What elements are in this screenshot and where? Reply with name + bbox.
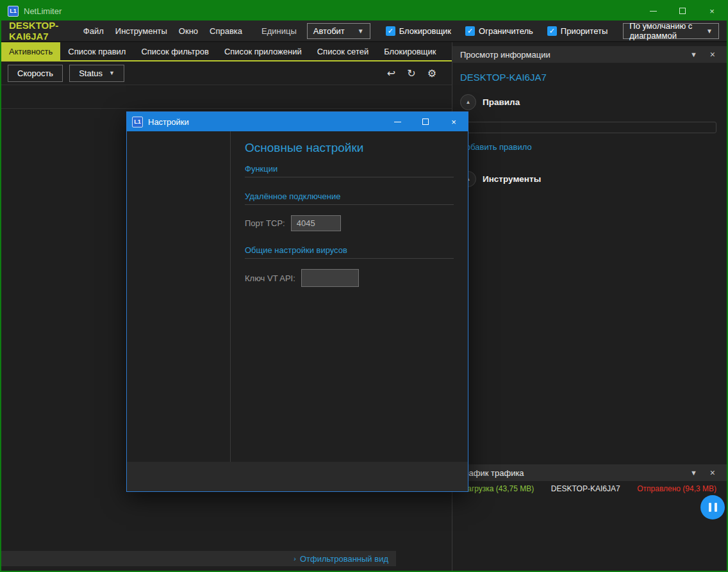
remote-section-title: Удалённое подключение [245, 192, 454, 205]
rules-section-row: ▲ Правила [460, 94, 719, 110]
chevron-down-icon: ▼ [706, 28, 713, 35]
checkbox-checked-icon: ✓ [547, 26, 557, 36]
menu-item[interactable]: Файл [83, 26, 104, 36]
tcp-port-label: Порт TCP: [245, 218, 285, 228]
maximize-button[interactable] [411, 112, 440, 131]
tools-section-row: ▲ Инструменты [460, 171, 719, 187]
checkbox-checked-icon: ✓ [386, 26, 395, 36]
dialog-nav [127, 131, 231, 462]
chart-zone [452, 494, 727, 543]
legend-host: DESKTOP-KAI6JA7 [551, 484, 620, 493]
status-value: Status [79, 69, 103, 78]
menu-bar: DESKTOP-KAI6JA7 ФайлИнструментыОкноСправ… [1, 20, 727, 42]
tcp-port-input[interactable] [291, 215, 341, 231]
close-icon[interactable]: × [706, 49, 719, 60]
view-value: По умолчанию с диаграммой [629, 21, 693, 40]
app-logo-icon: L1 [8, 6, 19, 17]
toggle-label: Блокировщик [399, 26, 451, 36]
window-title: NetLimiter [24, 6, 62, 16]
title-bar: L1 NetLimiter × [1, 1, 727, 20]
left-axis-labels [461, 496, 497, 543]
dialog-footer [127, 462, 468, 491]
dialog-title: Настройки [148, 117, 189, 127]
view-combobox[interactable]: По умолчанию с диаграммой ▼ [623, 23, 719, 39]
dialog-content: Основные настройки Функции Удалённое под… [231, 131, 468, 462]
tab-item[interactable]: Список фильтров [133, 42, 217, 60]
tab-active[interactable]: Активность [1, 42, 60, 60]
menu-item[interactable]: Окно [179, 26, 198, 36]
functions-section-title: Функции [245, 164, 454, 177]
tab-strip: АктивностьСписок правилСписок фильтровСп… [1, 42, 452, 61]
status-dropdown[interactable]: Status ▼ [69, 65, 124, 82]
info-panel-title: Просмотр информации [460, 50, 550, 60]
info-host-title: DESKTOP-KAI6JA7 [460, 72, 719, 83]
toggle-label: Ограничитель [479, 26, 533, 36]
virus-section-title: Общие настройки вирусов [245, 245, 454, 259]
maximize-button[interactable] [668, 1, 697, 20]
close-button[interactable]: × [440, 112, 468, 131]
window-controls: × [638, 1, 727, 20]
rules-section-label: Правила [483, 97, 520, 107]
toolbar-icons: ↩ ↻ ⚙ [387, 67, 445, 79]
right-pane: Просмотр информации ▼ × DESKTOP-KAI6JA7 … [452, 42, 727, 571]
collapse-icon[interactable]: ▼ [686, 51, 701, 58]
rules-table [460, 122, 716, 133]
table-header [1, 85, 452, 109]
chevron-down-icon: ▼ [109, 70, 115, 76]
legend-download: Загрузка (43,75 MB) [463, 484, 534, 493]
toolbar: Скорость Status ▼ ↩ ↻ ⚙ [1, 61, 452, 85]
chevron-down-icon: ▼ [358, 28, 364, 35]
minimize-button[interactable] [638, 1, 668, 20]
feature-toggle[interactable]: ✓Приоритеты [547, 26, 608, 36]
x-axis-labels [500, 543, 695, 555]
host-name: DESKTOP-KAI6JA7 [9, 20, 65, 42]
feature-toggle[interactable]: ✓Ограничитель [465, 26, 533, 36]
minimize-button[interactable] [383, 112, 411, 131]
vt-key-label: Ключ VT API: [245, 274, 295, 283]
traffic-plot [497, 496, 695, 543]
undo-icon[interactable]: ↩ [387, 67, 395, 79]
legend-upload: Отправлено (94,3 MB) [637, 484, 716, 493]
tab-item[interactable]: Список правил [60, 42, 133, 60]
filtered-view-link[interactable]: Отфильтрованный вид [300, 554, 388, 564]
chart-legend: Загрузка (43,75 MB) DESKTOP-KAI6JA7 Отпр… [452, 481, 727, 494]
toggle-label: Приоритеты [561, 26, 608, 36]
traffic-panel-title: График трафика [460, 468, 524, 478]
tab-item[interactable]: Блокировщик [376, 42, 443, 60]
vt-key-row: Ключ VT API: [245, 269, 454, 287]
traffic-chart-panel: График трафика ▼ × Загрузка (43,75 MB) D… [452, 464, 727, 566]
gear-icon[interactable]: ⚙ [427, 67, 436, 79]
units-combobox[interactable]: Автобит ▼ [307, 23, 370, 39]
add-rule-link[interactable]: Добавить правило [460, 142, 532, 152]
collapse-section-button[interactable]: ▲ [460, 94, 476, 110]
app-logo-icon: L1 [132, 117, 143, 127]
chevron-right-icon: › [294, 555, 296, 562]
info-panel-header: Просмотр информации ▼ × [452, 46, 727, 63]
tab-item[interactable]: Список сетей [310, 42, 376, 60]
dialog-title-bar: L1 Настройки × [127, 112, 468, 131]
refresh-icon[interactable]: ↻ [407, 67, 415, 79]
close-icon[interactable]: × [706, 468, 719, 478]
collapse-icon[interactable]: ▼ [686, 469, 701, 477]
page-title: Основные настройки [245, 141, 454, 155]
speed-button[interactable]: Скорость [8, 65, 63, 82]
units-value: Автобит [313, 26, 345, 36]
settings-dialog: L1 Настройки × Основные настройки Функци… [126, 111, 468, 492]
pause-button[interactable] [700, 495, 725, 519]
menu-item[interactable]: Справка [210, 26, 242, 36]
dialog-controls: × [383, 112, 468, 131]
info-panel-content: DESKTOP-KAI6JA7 ▲ Правила Добавить прави… [452, 63, 727, 464]
vt-key-input[interactable] [301, 269, 359, 287]
tab-item[interactable]: Список приложений [217, 42, 310, 60]
checkbox-checked-icon: ✓ [465, 26, 475, 36]
dialog-body: Основные настройки Функции Удалённое под… [127, 131, 468, 462]
status-bar: › Отфильтрованный вид [1, 551, 396, 566]
tcp-port-row: Порт TCP: [245, 215, 454, 231]
tools-section-label: Инструменты [483, 174, 541, 184]
close-button[interactable]: × [697, 1, 727, 20]
traffic-panel-header: График трафика ▼ × [452, 464, 727, 481]
units-label: Единицы [261, 26, 297, 36]
menu-item[interactable]: Инструменты [115, 26, 167, 36]
feature-toggle[interactable]: ✓Блокировщик [386, 26, 451, 36]
